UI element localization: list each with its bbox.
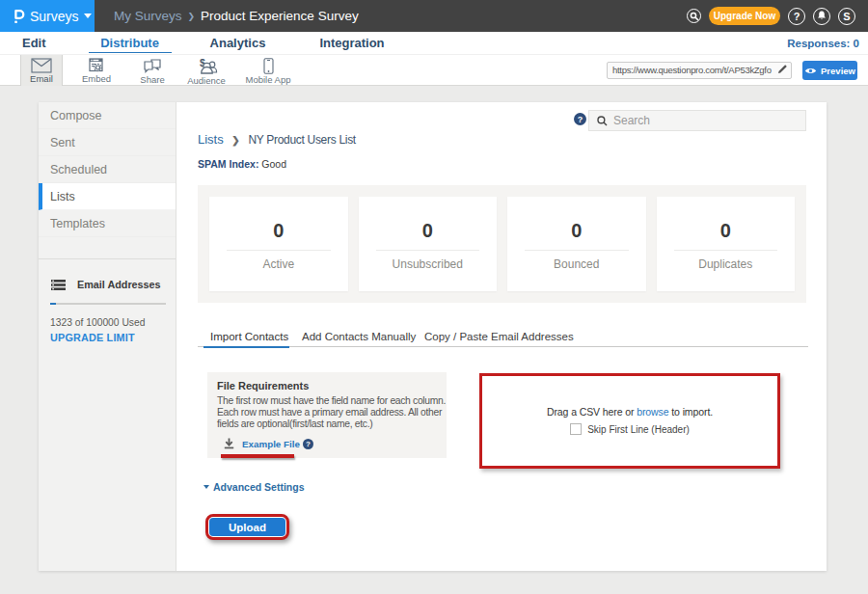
svg-text:?: ? [578,115,583,124]
svg-text:?: ? [306,440,311,448]
